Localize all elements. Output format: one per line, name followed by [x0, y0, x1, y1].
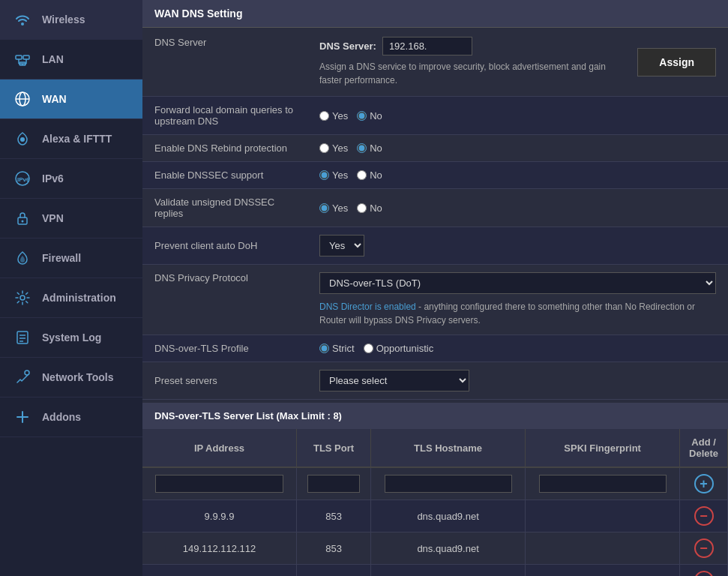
rebind-yes-label[interactable]: Yes: [319, 142, 348, 154]
dot-opportunistic-label[interactable]: Opportunistic: [364, 343, 434, 354]
dns-server-label: DNS Server: [142, 28, 307, 97]
dnssec-radios: Yes No: [319, 170, 716, 181]
dot-profile-radios: Strict Opportunistic: [319, 343, 716, 354]
server-list-table: IP Address TLS Port TLS Hostname SPKI Fi…: [142, 429, 728, 576]
prevent-doh-select[interactable]: Yes No: [319, 235, 364, 256]
remove-server-button[interactable]: −: [694, 571, 714, 576]
sidebar-item-lan[interactable]: LAN: [0, 40, 142, 80]
sidebar-item-firewall[interactable]: Firewall: [0, 238, 142, 278]
sidebar-label-wireless: Wireless: [42, 14, 85, 26]
hostname-cell: dns.quad9.net: [371, 532, 526, 565]
dns-director-link[interactable]: DNS Director: [319, 302, 373, 312]
svg-point-16: [20, 296, 25, 300]
administration-icon: [12, 287, 33, 308]
vpn-icon: [12, 208, 33, 229]
port-input[interactable]: [307, 475, 360, 493]
dns-director-enabled: is enabled: [375, 302, 416, 312]
rebind-protection-row: Enable DNS Rebind protection Yes No: [142, 135, 728, 162]
sidebar-item-networktools[interactable]: Network Tools: [0, 358, 142, 398]
dnssec-value: Yes No: [307, 162, 728, 189]
spki-input[interactable]: [539, 475, 667, 493]
port-input-cell: [297, 467, 371, 500]
table-row: +: [142, 467, 728, 500]
remove-server-button[interactable]: −: [694, 506, 714, 526]
protocol-content: DNS-over-TLS (DoT) DNS-over-HTTPS (DoH) …: [319, 272, 716, 327]
dns-protocol-select[interactable]: DNS-over-TLS (DoT) DNS-over-HTTPS (DoH): [319, 272, 716, 294]
remove-server-button[interactable]: −: [694, 538, 714, 558]
sidebar-item-systemlog[interactable]: System Log: [0, 318, 142, 358]
validate-yes-radio[interactable]: [319, 203, 329, 213]
add-server-button[interactable]: +: [694, 474, 714, 494]
validate-dnssec-value: Yes No: [307, 189, 728, 227]
ip-input-cell: [142, 467, 297, 500]
col-action-header: Add /Delete: [680, 429, 728, 467]
dnssec-no-radio[interactable]: [357, 170, 367, 180]
spki-cell: [526, 500, 680, 532]
ip-input[interactable]: [155, 475, 283, 493]
forward-local-yes-radio[interactable]: [319, 111, 329, 121]
forward-local-yes-label[interactable]: Yes: [319, 110, 348, 122]
table-row: 1.1.1.2 security.cloudflare-dn... −: [142, 565, 728, 577]
systemlog-icon: [12, 327, 33, 348]
svg-point-15: [22, 220, 24, 223]
ip-cell: 9.9.9.9: [142, 500, 297, 532]
alexa-icon: [12, 128, 33, 149]
dnssec-yes-text: Yes: [332, 170, 348, 181]
dot-opportunistic-radio[interactable]: [364, 344, 373, 353]
validate-no-label[interactable]: No: [357, 202, 382, 214]
sidebar-item-addons[interactable]: Addons: [0, 398, 142, 437]
preset-servers-select[interactable]: Please select: [319, 370, 469, 392]
spki-cell: [526, 565, 680, 577]
remove-action-cell: −: [680, 565, 728, 577]
dnssec-no-label[interactable]: No: [357, 170, 382, 181]
rebind-no-text: No: [370, 142, 382, 154]
dns-server-input[interactable]: [382, 37, 472, 56]
ip-cell: 1.1.1.2: [142, 565, 297, 577]
server-list-section: DNS-over-TLS Server List (Max Limit : 8)…: [142, 403, 728, 576]
spki-cell: [526, 532, 680, 565]
rebind-yes-text: Yes: [332, 142, 348, 154]
dot-strict-text: Strict: [332, 343, 355, 354]
sidebar-label-networktools: Network Tools: [42, 371, 113, 383]
dot-profile-label: DNS-over-TLS Profile: [142, 335, 307, 362]
dnssec-yes-label[interactable]: Yes: [319, 170, 348, 181]
dns-director-text: DNS Director is enabled - anything confi…: [319, 300, 716, 327]
dot-strict-label[interactable]: Strict: [319, 343, 355, 354]
svg-rect-2: [23, 56, 29, 59]
sidebar-item-alexa[interactable]: Alexa & IFTTT: [0, 119, 142, 159]
rebind-yes-radio[interactable]: [319, 143, 329, 153]
content-area: DNS Server DNS Server: Assign a DNS serv…: [142, 28, 728, 576]
forward-local-label: Forward local domain queries to upstream…: [142, 97, 307, 135]
sidebar-label-addons: Addons: [42, 411, 81, 423]
remove-action-cell: −: [680, 532, 728, 565]
sidebar-item-ipv6[interactable]: IPv6 IPv6: [0, 159, 142, 199]
sidebar-item-administration[interactable]: Administration: [0, 278, 142, 318]
assign-button[interactable]: Assign: [637, 48, 716, 76]
dot-strict-radio[interactable]: [319, 344, 329, 353]
sidebar-label-firewall: Firewall: [42, 252, 81, 264]
forward-local-no-text: No: [370, 110, 382, 122]
validate-no-radio[interactable]: [357, 203, 367, 213]
sidebar-item-wan[interactable]: WAN: [0, 80, 142, 119]
firewall-icon: [12, 248, 33, 268]
rebind-no-label[interactable]: No: [357, 142, 382, 154]
validate-dnssec-row: Validate unsigned DNSSEC replies Yes No: [142, 189, 728, 227]
col-ip-header: IP Address: [142, 429, 297, 467]
svg-point-0: [21, 22, 24, 26]
sidebar-label-wan: WAN: [42, 93, 67, 105]
validate-yes-label[interactable]: Yes: [319, 202, 348, 214]
sidebar-label-vpn: VPN: [42, 212, 64, 224]
sidebar-item-vpn[interactable]: VPN: [0, 199, 142, 238]
preset-servers-value: Please select: [307, 362, 728, 400]
sidebar-label-alexa: Alexa & IFTTT: [42, 133, 112, 145]
add-action-cell: +: [680, 467, 728, 500]
hostname-input-cell: [371, 467, 526, 500]
sidebar-item-wireless[interactable]: Wireless: [0, 0, 142, 40]
rebind-no-radio[interactable]: [357, 143, 367, 153]
prevent-doh-value: Yes No: [307, 227, 728, 265]
forward-local-no-label[interactable]: No: [357, 110, 382, 122]
dnssec-yes-radio[interactable]: [319, 170, 329, 180]
rebind-value: Yes No: [307, 135, 728, 162]
forward-local-no-radio[interactable]: [357, 111, 367, 121]
hostname-input[interactable]: [385, 475, 512, 493]
